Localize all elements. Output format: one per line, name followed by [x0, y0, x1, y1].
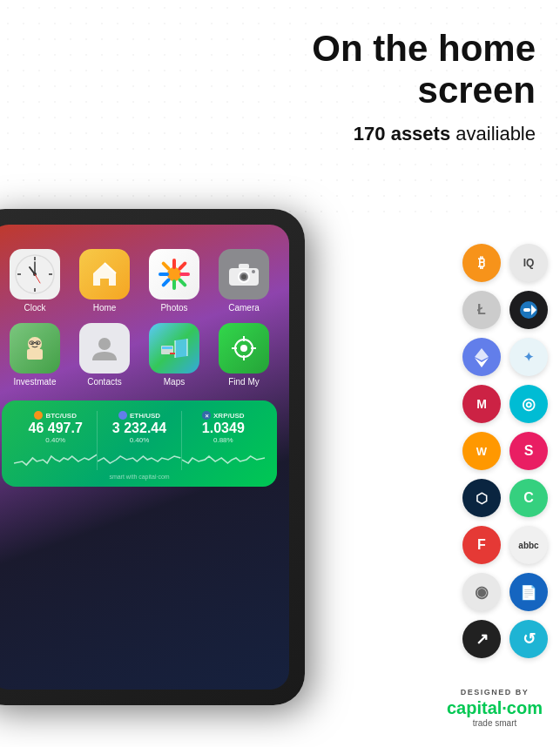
eth-chart: [98, 446, 180, 470]
svg-point-13: [241, 274, 246, 279]
clock-label: Clock: [24, 303, 45, 313]
apps-grid: Clock Home: [0, 225, 289, 395]
btc-chart: [14, 446, 97, 470]
eth-pair-label: ETH/USD: [98, 411, 180, 420]
mana-icon: M: [462, 385, 501, 423]
xrp-price: 1.0349: [182, 421, 265, 436]
widget-eth: ETH/USD 3 232.44 0.40%: [97, 411, 180, 470]
photos-svg: [155, 255, 193, 293]
app-camera[interactable]: Camera: [214, 249, 273, 313]
btc-icon: ₿: [462, 244, 501, 282]
app-maps[interactable]: Maps: [145, 323, 204, 387]
eth-price: 3 232.44: [98, 421, 180, 436]
siacoin-icon: ↺: [509, 620, 548, 658]
ipad-screen: Clock Home: [0, 225, 289, 690]
btc-price: 46 497.7: [14, 421, 97, 436]
xrp-dot: ✕: [202, 411, 211, 420]
widget-pairs-row: BTC/USD 46 497.7 0.40%: [14, 411, 265, 470]
clock-icon-bg: [10, 249, 60, 299]
dash-svg: [519, 300, 538, 320]
svg-point-19: [37, 342, 38, 344]
widget-btc: BTC/USD 46 497.7 0.40%: [14, 411, 97, 470]
crypto-icons-panel: ₿ IQ Ł ✦ M ◎ W S ⬡ C F abbc ◉ 📄 ↗ ↺: [462, 244, 548, 658]
camera-svg: [228, 261, 260, 287]
btc-dot: [34, 411, 43, 420]
widget-footer: smart with capital·com: [14, 474, 265, 480]
photos-icon-bg: [149, 249, 199, 299]
svg-point-23: [98, 338, 111, 350]
maps-label: Maps: [164, 377, 185, 387]
winc-icon: W: [462, 432, 501, 470]
crypto-widget: BTC/USD 46 497.7 0.40%: [2, 400, 277, 487]
app-investmate[interactable]: Investmate: [5, 323, 64, 387]
svg-rect-11: [239, 264, 249, 269]
ltc-icon: Ł: [462, 291, 501, 329]
widget-xrp: ✕ XRP/USD 1.0349 0.88%: [181, 411, 265, 470]
filecoin-icon: ⬡: [462, 479, 501, 517]
designed-by-section: DESIGNED BY capital·com trade smart: [447, 688, 543, 728]
investmate-icon-bg: [10, 323, 60, 374]
svg-point-18: [31, 342, 33, 344]
ipad-body: Clock Home: [0, 209, 305, 705]
investmate-label: Investmate: [14, 377, 57, 387]
fls-icon: F: [462, 526, 501, 564]
iq-icon: IQ: [509, 244, 548, 282]
maps-icon-bg: [149, 323, 199, 374]
dash-icon: [509, 291, 548, 329]
eth-svg: [473, 347, 490, 367]
xrp-pair-label: ✕ XRP/USD: [182, 411, 265, 420]
findmy-icon-bg: [219, 323, 269, 374]
svg-rect-26: [170, 353, 175, 354]
clock-svg: [14, 253, 56, 295]
squid-icon: S: [509, 432, 548, 470]
subtitle: 170 assets availiable: [224, 123, 536, 145]
book-icon: 📄: [509, 573, 548, 611]
svg-rect-25: [162, 347, 172, 349]
camera-icon-bg: [219, 249, 269, 299]
eth-dot: [118, 411, 127, 420]
eth-symbol: ETH/USD: [130, 412, 160, 420]
svg-point-14: [252, 270, 255, 273]
main-title: On the home screen: [224, 28, 536, 112]
helios-icon: ◉: [462, 573, 501, 611]
header-section: On the home screen 170 assets availiable: [224, 0, 560, 145]
capital-com-brand: capital·com: [447, 698, 543, 717]
contacts-icon-bg: [79, 323, 130, 374]
atom-icon: ✦: [509, 338, 548, 376]
celo-icon: C: [509, 479, 548, 517]
svg-rect-17: [27, 349, 43, 360]
svg-text:✕: ✕: [205, 414, 209, 419]
app-clock[interactable]: Clock: [5, 249, 64, 313]
eth-icon: [462, 338, 501, 376]
svg-point-28: [240, 345, 247, 352]
eth-change: 0.40%: [98, 436, 180, 444]
app-contacts[interactable]: Contacts: [75, 323, 134, 387]
app-findmy[interactable]: Find My: [214, 323, 273, 387]
app-photos[interactable]: Photos: [145, 249, 204, 313]
maps-svg: [158, 332, 191, 365]
btc-pair-label: BTC/USD: [14, 411, 97, 420]
abbc-icon: abbc: [509, 526, 548, 564]
svg-rect-36: [523, 308, 530, 312]
investmate-svg: [18, 332, 51, 365]
xrp-symbol: XRP/USD: [213, 412, 245, 420]
svg-marker-38: [475, 348, 489, 360]
app-home[interactable]: Home: [75, 249, 134, 313]
arrow-icon: ↗: [462, 620, 501, 658]
trade-smart-tagline: trade smart: [447, 718, 543, 728]
btc-symbol: BTC/USD: [45, 412, 77, 420]
xrp-change: 0.88%: [182, 436, 265, 444]
photos-label: Photos: [160, 303, 187, 313]
findmy-label: Find My: [228, 377, 260, 387]
home-svg: [90, 259, 119, 289]
camera-label: Camera: [228, 303, 260, 313]
home-icon-bg: [79, 249, 130, 299]
contacts-label: Contacts: [87, 377, 121, 387]
contacts-svg: [89, 333, 120, 364]
designed-by-label: DESIGNED BY: [447, 688, 543, 697]
findmy-svg: [228, 333, 260, 364]
compass-icon: ◎: [509, 385, 548, 423]
xrp-chart: [182, 446, 265, 470]
btc-change: 0.40%: [14, 436, 97, 444]
home-label: Home: [93, 303, 117, 313]
